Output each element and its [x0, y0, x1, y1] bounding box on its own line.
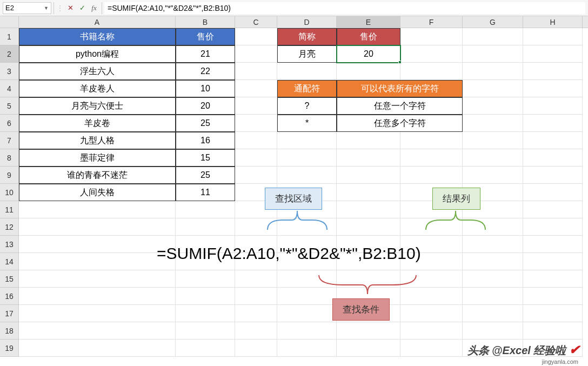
row-header-15[interactable]: 15 [0, 270, 19, 288]
row-header-2[interactable]: 2 [0, 45, 19, 63]
cell-D19[interactable] [277, 340, 337, 357]
fx-icon[interactable]: fx [89, 3, 99, 14]
cell-D17[interactable] [277, 305, 337, 322]
select-all-corner[interactable] [0, 16, 19, 28]
cell-E6F6[interactable]: 任意多个字符 [337, 115, 463, 132]
cell-H11[interactable] [523, 201, 583, 218]
cell-D7[interactable] [277, 132, 337, 149]
cell-E3[interactable] [337, 63, 400, 80]
cell-A18[interactable] [19, 322, 176, 340]
cell-D18[interactable] [277, 322, 337, 340]
cell-B17[interactable] [176, 305, 235, 322]
chevron-down-icon[interactable]: ▼ [44, 5, 49, 11]
cell-E18[interactable] [337, 322, 400, 340]
column-header-H[interactable]: H [523, 16, 583, 28]
cell-H4[interactable] [523, 80, 583, 97]
cell-B10[interactable]: 11 [176, 184, 235, 201]
cell-H1[interactable] [523, 28, 583, 45]
formula-input[interactable]: =SUMIF(A2:A10,"*"&D2&"*",B2:B10) [104, 2, 585, 14]
cell-D3[interactable] [277, 63, 337, 80]
cell-A9[interactable]: 谁的青春不迷茫 [19, 167, 176, 184]
cell-A13[interactable] [19, 236, 176, 253]
row-header-11[interactable]: 11 [0, 201, 19, 218]
row-header-4[interactable]: 4 [0, 80, 19, 97]
cell-D6[interactable]: * [277, 115, 337, 132]
cell-B9[interactable]: 25 [176, 167, 235, 184]
cell-F18[interactable] [400, 322, 463, 340]
cell-D5[interactable]: ? [277, 97, 337, 115]
row-header-17[interactable]: 17 [0, 305, 19, 322]
column-header-C[interactable]: C [235, 16, 277, 28]
cell-B18[interactable] [176, 322, 235, 340]
cell-H17[interactable] [523, 305, 583, 322]
cell-E8[interactable] [337, 149, 400, 167]
cell-B8[interactable]: 15 [176, 149, 235, 167]
cell-A12[interactable] [19, 218, 176, 236]
cell-G3[interactable] [463, 63, 523, 80]
row-header-12[interactable]: 12 [0, 218, 19, 236]
cell-B12[interactable] [176, 218, 235, 236]
cell-C9[interactable] [235, 167, 277, 184]
cell-H3[interactable] [523, 63, 583, 80]
cell-H18[interactable] [523, 322, 583, 340]
cell-A14[interactable] [19, 253, 176, 270]
cells-area[interactable]: 书籍名称 售价 简称 售价 python编程 21 月亮 20 [19, 28, 588, 357]
cell-A8[interactable]: 墨菲定律 [19, 149, 176, 167]
cell-H6[interactable] [523, 115, 583, 132]
cell-H7[interactable] [523, 132, 583, 149]
cell-B4[interactable]: 10 [176, 80, 235, 97]
cell-E11[interactable] [337, 201, 400, 218]
cell-D9[interactable] [277, 167, 337, 184]
cell-B1[interactable]: 售价 [176, 28, 235, 45]
cell-A3[interactable]: 浮生六人 [19, 63, 176, 80]
cell-H15[interactable] [523, 270, 583, 288]
row-header-1[interactable]: 1 [0, 28, 19, 45]
cell-E4F4[interactable]: 可以代表所有的字符 [337, 80, 463, 97]
cell-A10[interactable]: 人间失格 [19, 184, 176, 201]
cell-F2[interactable] [400, 45, 463, 63]
row-header-19[interactable]: 19 [0, 340, 19, 357]
cancel-icon[interactable]: ✕ [65, 3, 76, 14]
row-header-8[interactable]: 8 [0, 149, 19, 167]
cell-B2[interactable]: 21 [176, 45, 235, 63]
column-header-B[interactable]: B [176, 16, 235, 28]
row-header-14[interactable]: 14 [0, 253, 19, 270]
row-header-13[interactable]: 13 [0, 236, 19, 253]
cell-H12[interactable] [523, 218, 583, 236]
cell-H8[interactable] [523, 149, 583, 167]
column-header-G[interactable]: G [463, 16, 523, 28]
cell-G9[interactable] [463, 167, 523, 184]
cell-E19[interactable] [337, 340, 400, 357]
cell-C7[interactable] [235, 132, 277, 149]
row-header-7[interactable]: 7 [0, 132, 19, 149]
cell-H5[interactable] [523, 97, 583, 115]
cell-D1[interactable]: 简称 [277, 28, 337, 45]
cell-E5F5[interactable]: 任意一个字符 [337, 97, 463, 115]
cell-C8[interactable] [235, 149, 277, 167]
cell-E12[interactable] [337, 218, 400, 236]
cell-A4[interactable]: 羊皮卷人 [19, 80, 176, 97]
cell-D2[interactable]: 月亮 [277, 45, 337, 63]
cell-G1[interactable] [463, 28, 523, 45]
cell-E9[interactable] [337, 167, 400, 184]
cell-B6[interactable]: 25 [176, 115, 235, 132]
column-header-E[interactable]: E [337, 16, 400, 28]
cell-C18[interactable] [235, 322, 277, 340]
cell-A7[interactable]: 九型人格 [19, 132, 176, 149]
cell-H14[interactable] [523, 253, 583, 270]
cell-D8[interactable] [277, 149, 337, 167]
row-header-5[interactable]: 5 [0, 97, 19, 115]
cell-B19[interactable] [176, 340, 235, 357]
row-header-18[interactable]: 18 [0, 322, 19, 340]
cell-E10[interactable] [337, 184, 400, 201]
cell-F17[interactable] [400, 305, 463, 322]
cell-C17[interactable] [235, 305, 277, 322]
cell-H2[interactable] [523, 45, 583, 63]
cell-G6[interactable] [463, 115, 523, 132]
cell-C19[interactable] [235, 340, 277, 357]
column-header-D[interactable]: D [277, 16, 337, 28]
cell-A17[interactable] [19, 305, 176, 322]
cell-C6[interactable] [235, 115, 277, 132]
cell-C2[interactable] [235, 45, 277, 63]
cell-E2-selected[interactable]: 20 [337, 45, 400, 63]
